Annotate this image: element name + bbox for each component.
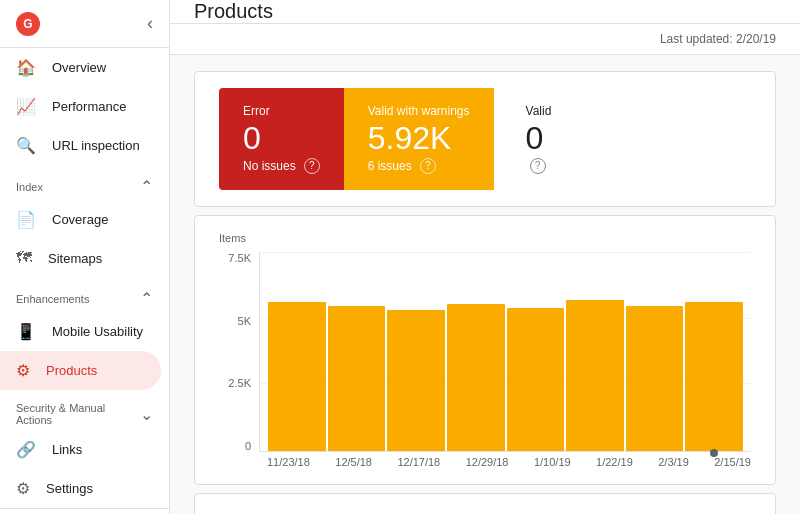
warning-help-icon[interactable]: ? (420, 158, 436, 174)
chart-bar-1[interactable] (328, 306, 386, 451)
nav-label-links: Links (52, 442, 82, 457)
chart-y-axis: 7.5K 5K 2.5K 0 (219, 252, 259, 452)
details-section: Details ≡ ⤓ Status Type Validation ▾ Tre… (194, 493, 776, 514)
sidebar-item-coverage[interactable]: 📄 Coverage (0, 200, 161, 239)
warning-label: Valid with warnings (368, 104, 470, 118)
valid-label: Valid (526, 104, 590, 118)
valid-help-icon[interactable]: ? (530, 158, 546, 174)
index-collapse-icon[interactable]: ⌃ (140, 177, 153, 196)
chart-bar-2[interactable] (387, 310, 445, 451)
chart-bar-7[interactable] (685, 302, 743, 451)
sidebar-logo: G ‹ (0, 0, 169, 48)
section-enhancements-label: Enhancements (16, 293, 89, 305)
section-security: Security & Manual Actions ⌄ (0, 390, 169, 430)
valid-card[interactable]: Valid 0 ? (494, 88, 614, 190)
links-icon: 🔗 (16, 440, 36, 459)
sidebar-item-performance[interactable]: 📈 Performance (0, 87, 161, 126)
nav-label-coverage: Coverage (52, 212, 108, 227)
x-label-6: 2/3/19 (658, 456, 689, 468)
section-index: Index ⌃ (0, 165, 169, 200)
nav-label-overview: Overview (52, 60, 106, 75)
nav-label-settings: Settings (46, 481, 93, 496)
valid-value: 0 (526, 122, 590, 154)
sidebar-collapse-icon[interactable]: ‹ (147, 13, 153, 34)
mobile-icon: 📱 (16, 322, 36, 341)
search-icon: 🔍 (16, 136, 36, 155)
chart-area: 7.5K 5K 2.5K 0 (219, 252, 751, 452)
chart-container: Items 7.5K 5K 2.5K 0 (194, 215, 776, 485)
chart-x-axis: 11/23/1812/5/1812/17/1812/29/181/10/191/… (267, 452, 751, 468)
download-icon[interactable]: ⤓ (736, 510, 751, 514)
error-sub: No issues ? (243, 158, 320, 174)
details-header: Details ≡ ⤓ (195, 494, 775, 514)
sidebar-item-products[interactable]: ⚙ Products (0, 351, 161, 390)
sitemaps-icon: 🗺 (16, 249, 32, 267)
nav-label-sitemaps: Sitemaps (48, 251, 102, 266)
enhancements-collapse-icon[interactable]: ⌃ (140, 289, 153, 308)
chart-y-label: Items (219, 232, 751, 244)
y-5k: 5K (219, 315, 251, 327)
coverage-icon: 📄 (16, 210, 36, 229)
sidebar-item-mobile-usability[interactable]: 📱 Mobile Usability (0, 312, 161, 351)
bars-wrapper (260, 252, 751, 451)
last-updated: Last updated: 2/20/19 (170, 24, 800, 55)
x-label-4: 1/10/19 (534, 456, 571, 468)
warning-card[interactable]: Valid with warnings 5.92K 6 issues ? (344, 88, 494, 190)
chart-bar-3[interactable] (447, 304, 505, 451)
performance-icon: 📈 (16, 97, 36, 116)
chart-bar-0[interactable] (268, 302, 326, 451)
section-enhancements: Enhancements ⌃ (0, 277, 169, 312)
sidebar-item-url-inspection[interactable]: 🔍 URL inspection (0, 126, 161, 165)
error-card[interactable]: Error 0 No issues ? (219, 88, 344, 190)
error-value: 0 (243, 122, 320, 154)
page-title: Products (194, 0, 273, 23)
sidebar-footer: Submit feedback About new version Go to … (0, 508, 169, 514)
nav-label-products: Products (46, 363, 97, 378)
sidebar-item-sitemaps[interactable]: 🗺 Sitemaps (0, 239, 161, 277)
y-7.5k: 7.5K (219, 252, 251, 264)
y-2.5k: 2.5K (219, 377, 251, 389)
bar-dot (710, 449, 718, 457)
section-security-label: Security & Manual Actions (16, 402, 140, 426)
warning-value: 5.92K (368, 122, 470, 154)
y-0: 0 (219, 440, 251, 452)
chart-bar-5[interactable] (566, 300, 624, 451)
warning-sub: 6 issues ? (368, 158, 470, 174)
sidebar-item-settings[interactable]: ⚙ Settings (0, 469, 161, 508)
google-logo: G (16, 12, 40, 36)
settings-icon: ⚙ (16, 479, 30, 498)
x-label-7: 2/15/19 (714, 456, 751, 468)
valid-sub: ? (526, 158, 590, 174)
sidebar-item-overview[interactable]: 🏠 Overview (0, 48, 161, 87)
content-area: Last updated: 2/20/19 Error 0 No issues … (170, 24, 800, 514)
details-actions: ≡ ⤓ (713, 510, 751, 514)
sidebar-item-links[interactable]: 🔗 Links (0, 430, 161, 469)
sidebar: G ‹ 🏠 Overview 📈 Performance 🔍 URL inspe… (0, 0, 170, 514)
security-collapse-icon[interactable]: ⌄ (140, 405, 153, 424)
chart-plot (259, 252, 751, 452)
x-label-5: 1/22/19 (596, 456, 633, 468)
main-content: Products Last updated: 2/20/19 Error 0 N… (170, 0, 800, 514)
x-label-2: 12/17/18 (397, 456, 440, 468)
filter-icon[interactable]: ≡ (713, 510, 724, 514)
products-icon: ⚙ (16, 361, 30, 380)
x-label-1: 12/5/18 (335, 456, 372, 468)
status-cards: Error 0 No issues ? Valid with warnings … (194, 71, 776, 207)
chart-bar-6[interactable] (626, 306, 684, 451)
error-help-icon[interactable]: ? (304, 158, 320, 174)
chart-bar-4[interactable] (507, 308, 565, 451)
x-label-3: 12/29/18 (466, 456, 509, 468)
x-label-0: 11/23/18 (267, 456, 310, 468)
home-icon: 🏠 (16, 58, 36, 77)
nav-label-mobile: Mobile Usability (52, 324, 143, 339)
error-label: Error (243, 104, 320, 118)
section-index-label: Index (16, 181, 43, 193)
nav-label-performance: Performance (52, 99, 126, 114)
sidebar-nav: 🏠 Overview 📈 Performance 🔍 URL inspectio… (0, 48, 169, 508)
nav-label-url-inspection: URL inspection (52, 138, 140, 153)
main-header: Products (170, 0, 800, 24)
